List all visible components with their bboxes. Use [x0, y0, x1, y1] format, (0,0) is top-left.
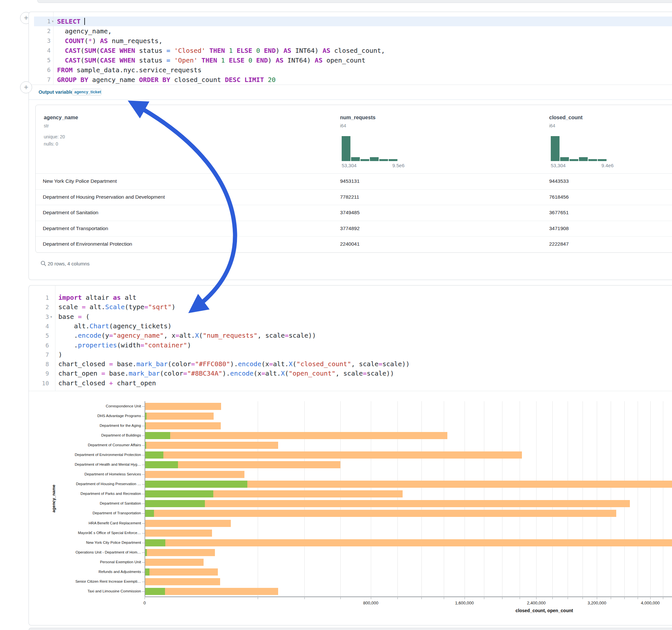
code-line[interactable]: 5 .encode(y="agency_name", x=alt.X("num_… — [29, 331, 672, 340]
code-line[interactable]: 2scale = alt.Scale(type="sqrt") — [29, 302, 672, 312]
line-number: 10 — [29, 379, 49, 388]
histogram-min-label: 53,304 — [551, 163, 566, 168]
y-axis-label: Department of Sanitation — [34, 501, 141, 505]
y-axis-label: Taxi and Limousine Commission — [34, 589, 141, 593]
y-axis-tick — [142, 455, 145, 455]
code-text: chart_closed + chart_open — [58, 379, 156, 388]
code-text: alt.Chart(agency_tickets) — [58, 321, 171, 331]
y-axis-title: agency_name — [51, 466, 56, 531]
gridline — [304, 401, 305, 597]
code-line[interactable]: 1import altair as alt — [29, 293, 672, 302]
bar-closed-count — [145, 432, 448, 439]
code-text: .encode(y="agency_name", x=alt.X("num_re… — [58, 331, 316, 340]
x-axis-title: closed_count, open_count — [479, 608, 609, 613]
bar-closed-count — [145, 403, 221, 410]
y-axis-label: Department of Buildings — [34, 433, 141, 437]
histogram-max-label: 9.5e6 — [381, 163, 416, 168]
y-axis-tick — [142, 513, 145, 514]
y-axis-tick — [142, 465, 145, 465]
column-header[interactable]: num_requests — [340, 115, 376, 121]
y-axis-tick — [142, 504, 145, 504]
bar-open-count — [145, 588, 165, 595]
table-row: Department of Environmental Protection22… — [35, 236, 672, 252]
bar-open-count — [145, 442, 146, 449]
code-line[interactable]: 2 agency_name, — [29, 26, 672, 36]
code-line[interactable]: 10chart_closed + chart_open — [29, 379, 672, 388]
bar-closed-count — [145, 413, 214, 420]
bar-closed-count — [145, 422, 221, 429]
code-line[interactable]: 5 CAST(SUM(CASE WHEN status = 'Open' THE… — [29, 55, 672, 65]
code-line[interactable]: 8chart_closed = base.mark_bar(color="#FF… — [29, 359, 672, 369]
sql-code-editor[interactable]: 1▾SELECT 2 agency_name,3 COUNT(*) AS num… — [29, 12, 672, 84]
column-header[interactable]: agency_name — [44, 115, 78, 121]
y-axis-tick — [142, 406, 145, 407]
code-text: CAST(SUM(CASE WHEN status = 'Open' THEN … — [57, 55, 365, 65]
gridline — [444, 401, 444, 597]
code-line[interactable]: 3 COUNT(*) AS num_requests, — [29, 36, 672, 46]
gridline — [258, 401, 258, 597]
bar-open-count — [145, 549, 147, 556]
x-axis-tick-label: 2,400,000 — [517, 601, 556, 605]
x-axis-tick — [568, 597, 568, 599]
add-cell-button-middle[interactable]: + — [20, 81, 32, 93]
table-row: Department of Housing Preservation and D… — [35, 189, 672, 205]
x-axis-tick-label: 800,000 — [352, 601, 390, 605]
previous-cell-edge — [37, 0, 672, 3]
y-axis-label: Department for the Aging — [34, 423, 141, 428]
table-cell: 2222847 — [549, 236, 569, 252]
line-number: 4 — [29, 321, 49, 331]
code-line[interactable]: 7) — [29, 350, 672, 359]
gridline — [502, 401, 502, 597]
gridline — [520, 401, 520, 597]
bar-open-count — [145, 510, 154, 517]
table-row-count: 20 rows, 4 columns — [48, 261, 90, 266]
code-line[interactable]: 7GROUP BY agency_name ORDER BY closed_co… — [29, 75, 672, 84]
bar-open-count — [145, 539, 165, 547]
gridline — [552, 401, 553, 597]
output-variable-pill[interactable]: agency_tickets — [72, 89, 101, 95]
y-axis-tick — [142, 436, 145, 436]
gridline — [568, 401, 568, 597]
table-cell: 9443533 — [549, 173, 569, 189]
bar-closed-count — [145, 549, 215, 556]
y-axis-label: Department of Homeless Services — [34, 472, 141, 476]
x-axis-tick — [371, 597, 371, 599]
code-line[interactable]: 6FROM sample_data.nyc.service_requests — [29, 65, 672, 75]
code-line[interactable]: 4 alt.Chart(agency_tickets) — [29, 321, 672, 331]
bar-open-count — [145, 461, 178, 468]
column-histogram — [342, 136, 400, 161]
code-line[interactable]: 9chart_open = base.mark_bar(color="#8BC3… — [29, 369, 672, 378]
column-header[interactable]: closed_count — [549, 115, 582, 121]
collapse-chevron-icon[interactable]: ▾ — [50, 312, 52, 321]
gridline — [650, 401, 651, 597]
gridline — [464, 401, 465, 597]
y-axis-line — [145, 401, 145, 597]
bar-closed-count — [145, 510, 616, 517]
output-variable-bar: Output variable: agency_tickets — [29, 84, 672, 100]
x-axis-tick — [304, 597, 305, 599]
y-axis-label: HRA Benefit Card Replacement — [34, 521, 141, 525]
y-axis-tick — [142, 475, 145, 475]
bar-open-count — [145, 490, 214, 498]
code-line[interactable]: 3▾base = ( — [29, 312, 672, 321]
x-axis-tick — [624, 597, 625, 599]
y-axis-label: Department of Parks and Recreation — [34, 492, 141, 495]
python-code-editor[interactable]: 1import altair as alt2scale = alt.Scale(… — [29, 286, 672, 391]
collapse-chevron-icon[interactable]: ▾ — [51, 17, 54, 26]
table-footer: 20 rows, 4 columns — [41, 261, 46, 267]
line-number: 2 — [29, 302, 49, 312]
code-text: .properties(width="container") — [58, 341, 191, 350]
code-line[interactable]: 4 CAST(SUM(CASE WHEN status = 'Closed' T… — [29, 46, 672, 55]
search-icon[interactable] — [41, 261, 46, 266]
table-cell: 3471908 — [549, 221, 569, 236]
x-axis-tick — [582, 597, 583, 599]
line-number: 7 — [29, 350, 49, 359]
code-line[interactable]: 6 .properties(width="container") — [29, 341, 672, 350]
code-text: SELECT — [57, 17, 85, 26]
y-axis-tick — [142, 572, 145, 572]
y-axis-tick — [142, 582, 145, 582]
bar-closed-count — [145, 559, 203, 566]
gridline — [340, 401, 341, 597]
code-line[interactable]: 1▾SELECT — [29, 17, 672, 26]
gridline — [611, 401, 611, 597]
